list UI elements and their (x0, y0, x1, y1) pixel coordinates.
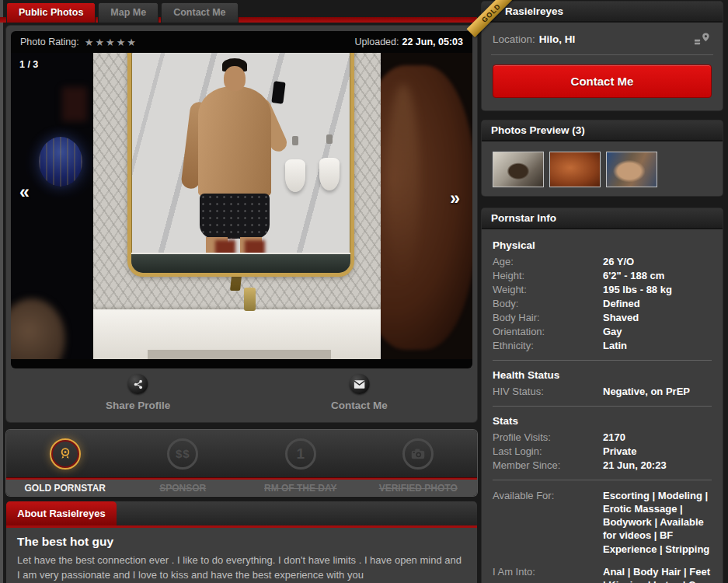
uploaded-info: Uploaded:22 Jun, 05:03 (354, 37, 463, 47)
row-value: Shaved (603, 312, 712, 323)
tab-contact-me[interactable]: Contact Me (161, 2, 238, 23)
row-value: Defined (603, 298, 712, 309)
badge-labels-row: GOLD PORNSTAR SPONSOR RM OF THE DAY VERI… (6, 480, 477, 496)
info-row-last-login: Last Login: Private (493, 446, 712, 457)
badge-verified-photo[interactable] (360, 430, 478, 477)
info-row-age: Age: 26 Y/O (493, 257, 712, 267)
row-value: Escorting | Modeling | Erotic Massage | … (603, 489, 712, 556)
info-row-body-hair: Body Hair: Shaved (493, 312, 712, 323)
profile-name: Rasielreyes (482, 2, 723, 23)
location-label: Location: (493, 33, 535, 45)
photo-panel: Photo Rating: ★★★★★ Uploaded:22 Jun, 05:… (6, 26, 477, 422)
tab-map-me[interactable]: Map Me (98, 2, 158, 23)
dollars-glyph: $$ (176, 447, 190, 460)
divider (493, 480, 712, 480)
dollars-icon: $$ (167, 438, 198, 470)
row-value: 195 lbs - 88 kg (603, 285, 712, 295)
number-one-icon: 1 (285, 438, 316, 470)
row-label: Weight: (493, 285, 603, 295)
contact-me-button[interactable]: Contact Me (493, 65, 712, 98)
prev-photo-arrow[interactable]: « (19, 183, 30, 201)
map-pin-icon[interactable] (695, 32, 712, 46)
info-row-profile-visits: Profile Visits: 2170 (493, 432, 712, 443)
badge-label-gold-pornstar: GOLD PORNSTAR (6, 483, 124, 494)
gold-mirror (127, 53, 354, 277)
share-icon (128, 374, 148, 394)
badge-icons-row: $$ 1 (6, 430, 477, 477)
pornstar-info-title: Pornstar Info (482, 208, 723, 229)
divider (491, 54, 713, 55)
row-label: Available For: (493, 489, 603, 556)
contact-me-label: Contact Me (331, 400, 388, 411)
soap-dispenser-shape (244, 288, 256, 311)
left-edge-strip (0, 0, 3, 583)
share-profile-label: Share Profile (106, 400, 170, 411)
flush-valve (292, 136, 298, 145)
row-value: 6'2" - 188 cm (603, 271, 712, 281)
photo-rating-label: Photo Rating: (20, 37, 79, 47)
row-value: 21 Jun, 20:23 (603, 460, 712, 471)
photos-preview-title: Photos Preview (3) (482, 120, 723, 141)
section-title-physical: Physical (493, 239, 712, 251)
section-title-stats: Stats (493, 415, 712, 427)
row-label: Orientation: (493, 326, 603, 337)
info-row-body: Body: Defined (493, 298, 712, 309)
info-row-member-since: Member Since: 21 Jun, 20:23 (493, 460, 712, 471)
photo-thumbnail-3[interactable] (606, 152, 657, 187)
row-label: Body Hair: (493, 312, 603, 323)
row-value: Negative, on PrEP (603, 386, 712, 397)
photo-thumbnail-1[interactable] (493, 152, 544, 187)
pornstar-info-card: Pornstar Info Physical Age: 26 Y/O Heigh… (482, 208, 723, 583)
info-row-ethnicity: Ethnicity: Latin (493, 340, 712, 351)
badge-label-rm-of-the-day: RM OF THE DAY (242, 483, 360, 494)
badge-gold-pornstar[interactable] (6, 430, 124, 477)
next-photo-arrow[interactable]: » (450, 190, 460, 208)
contact-me-action[interactable]: Contact Me (331, 374, 388, 411)
photo-carousel: 1 / 3 « » (11, 53, 472, 359)
badge-rm-of-the-day[interactable]: 1 (242, 430, 360, 477)
tab-about[interactable]: About Rasielreyes (6, 501, 117, 525)
photo-shade (11, 53, 93, 359)
main-photo[interactable] (93, 53, 381, 359)
figure-torso (198, 86, 271, 197)
medal-icon (50, 438, 81, 470)
row-label: Age: (493, 257, 603, 267)
divider (493, 360, 712, 361)
info-row-height: Height: 6'2" - 188 cm (493, 271, 712, 281)
envelope-icon (349, 374, 369, 394)
photo-counter: 1 / 3 (19, 59, 38, 70)
counter-slab (148, 350, 331, 359)
row-label: Height: (493, 271, 603, 281)
figure-shorts (200, 194, 270, 239)
camera-icon (402, 438, 434, 470)
info-row-available-for: Available For: Escorting | Modeling | Er… (493, 489, 712, 556)
row-value: Private (603, 446, 712, 457)
badge-label-verified-photo: VERIFIED PHOTO (360, 483, 478, 494)
row-label: Member Since: (493, 460, 603, 471)
profile-page: Public Photos Map Me Contact Me Photo Ra… (0, 0, 728, 583)
row-value: Anal | Body Hair | Feet | Kissing | Late… (603, 565, 712, 583)
adjacent-photo-left[interactable] (11, 53, 93, 359)
row-label: I Am Into: (493, 565, 603, 583)
photo-viewer: Photo Rating: ★★★★★ Uploaded:22 Jun, 05:… (11, 31, 472, 368)
about-text: Let have the best connection ever . I li… (17, 553, 466, 583)
counter-reflection (131, 253, 350, 273)
urinal-shape (319, 158, 340, 190)
uploaded-value: 22 Jun, 05:03 (402, 37, 463, 47)
tab-bar: Public Photos Map Me Contact Me (6, 2, 239, 23)
row-value: Latin (603, 340, 712, 351)
row-label: Profile Visits: (493, 432, 603, 443)
urinal-shape (285, 159, 305, 192)
about-content: The best hot guy Let have the best conne… (6, 528, 477, 583)
info-row-i-am-into: I Am Into: Anal | Body Hair | Feet | Kis… (493, 565, 712, 583)
photo-thumbnail-2[interactable] (549, 152, 601, 187)
row-value: Gay (603, 326, 712, 337)
badge-sponsor[interactable]: $$ (124, 430, 242, 477)
info-row-weight: Weight: 195 lbs - 88 kg (493, 285, 712, 295)
pornstar-info-body: Physical Age: 26 Y/O Height: 6'2" - 188 … (482, 229, 723, 583)
rating-stars[interactable]: ★★★★★ (85, 37, 138, 48)
tab-public-photos[interactable]: Public Photos (6, 2, 96, 23)
share-profile-action[interactable]: Share Profile (106, 374, 170, 411)
about-heading: The best hot guy (17, 535, 466, 549)
section-title-health: Health Status (493, 369, 712, 381)
